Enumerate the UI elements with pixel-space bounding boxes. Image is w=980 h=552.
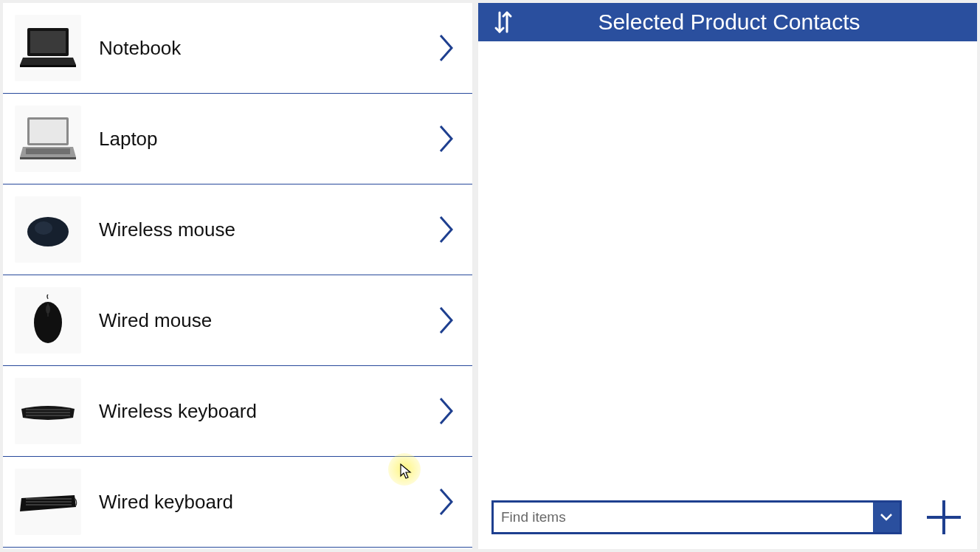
svg-rect-5 bbox=[30, 120, 66, 143]
chevron-right-icon bbox=[438, 124, 455, 153]
product-thumb-wired-keyboard bbox=[15, 469, 81, 535]
chevron-right-icon bbox=[438, 396, 455, 426]
chevron-right-icon bbox=[438, 487, 455, 517]
product-thumb-wired-mouse bbox=[15, 287, 81, 353]
app-container: Notebook Laptop bbox=[0, 0, 980, 552]
contacts-header: Selected Product Contacts bbox=[478, 3, 977, 41]
svg-point-13 bbox=[46, 305, 50, 314]
product-label: Wired keyboard bbox=[81, 491, 438, 514]
product-label: Wired mouse bbox=[81, 309, 438, 332]
product-thumb-notebook bbox=[15, 15, 81, 81]
contacts-title: Selected Product Contacts bbox=[525, 10, 962, 35]
chevron-right-icon bbox=[438, 33, 455, 63]
svg-marker-2 bbox=[20, 58, 76, 65]
product-row-wired-keyboard[interactable]: Wired keyboard bbox=[3, 457, 472, 548]
svg-rect-20 bbox=[26, 504, 72, 506]
product-row-wireless-mouse[interactable]: Wireless mouse bbox=[3, 184, 472, 275]
contacts-footer bbox=[478, 491, 977, 549]
svg-marker-17 bbox=[20, 495, 76, 511]
svg-rect-18 bbox=[26, 498, 72, 500]
product-row-wireless-keyboard[interactable]: Wireless keyboard bbox=[3, 366, 472, 457]
svg-rect-16 bbox=[26, 415, 70, 416]
svg-rect-8 bbox=[20, 157, 76, 159]
svg-rect-7 bbox=[26, 148, 70, 154]
svg-rect-15 bbox=[26, 412, 70, 413]
product-label: Notebook bbox=[81, 37, 438, 60]
contacts-panel: Selected Product Contacts bbox=[478, 3, 977, 549]
product-row-wired-mouse[interactable]: Wired mouse bbox=[3, 275, 472, 366]
svg-point-10 bbox=[35, 221, 52, 235]
svg-rect-3 bbox=[20, 65, 76, 67]
svg-rect-14 bbox=[26, 409, 70, 410]
product-label: Laptop bbox=[81, 128, 438, 151]
contacts-body bbox=[478, 41, 977, 491]
product-thumb-wireless-mouse bbox=[15, 196, 81, 263]
chevron-right-icon bbox=[438, 306, 455, 335]
product-list-panel[interactable]: Notebook Laptop bbox=[3, 3, 472, 549]
chevron-down-icon[interactable] bbox=[873, 503, 900, 532]
product-thumb-wireless-keyboard bbox=[15, 378, 81, 444]
product-label: Wireless keyboard bbox=[81, 400, 438, 423]
svg-rect-19 bbox=[26, 501, 72, 503]
product-row-laptop[interactable]: Laptop bbox=[3, 94, 472, 184]
product-row-notebook[interactable]: Notebook bbox=[3, 3, 472, 94]
product-label: Wireless mouse bbox=[81, 218, 438, 241]
product-thumb-laptop bbox=[15, 106, 81, 172]
chevron-right-icon bbox=[438, 215, 455, 244]
find-items-combo[interactable] bbox=[491, 500, 902, 534]
add-button[interactable] bbox=[925, 499, 962, 536]
sort-icon[interactable] bbox=[493, 10, 514, 35]
find-items-input[interactable] bbox=[494, 503, 873, 532]
svg-rect-1 bbox=[30, 31, 66, 53]
